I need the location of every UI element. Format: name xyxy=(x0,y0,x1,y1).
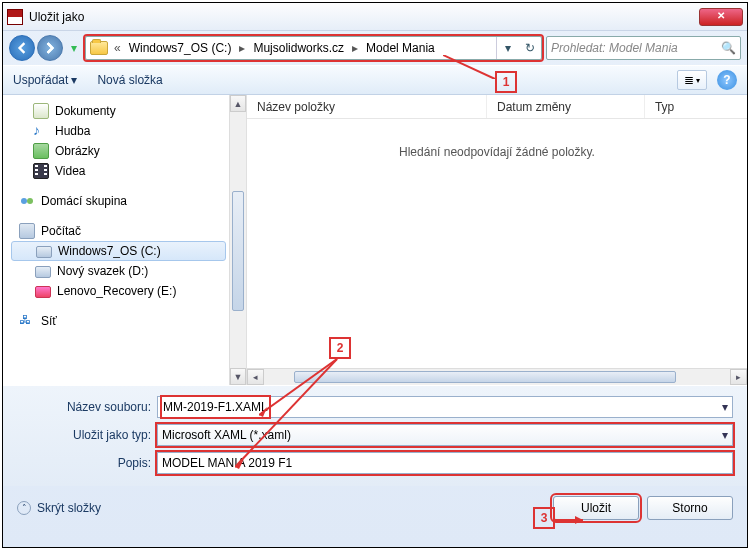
network-icon: 🖧 xyxy=(19,313,35,329)
titlebar: 2019 Uložit jako ✕ xyxy=(3,3,747,31)
scroll-down-icon[interactable]: ▼ xyxy=(230,368,246,385)
callout-2: 2 xyxy=(329,337,351,359)
hide-folders-button[interactable]: ˄ Skrýt složky xyxy=(17,501,101,515)
file-list-pane: Název položky Datum změny Typ Hledání ne… xyxy=(247,95,747,385)
chevron-down-icon[interactable]: ▾ xyxy=(722,428,728,442)
help-button[interactable]: ? xyxy=(717,70,737,90)
search-placeholder: Prohledat: Model Mania xyxy=(551,41,678,55)
computer-icon xyxy=(19,223,35,239)
navigation-bar: ▾ « Windows7_OS (C:) ▸ Mujsolidworks.cz … xyxy=(3,31,747,65)
videos-icon xyxy=(33,163,49,179)
horizontal-scrollbar[interactable]: ◂ ▸ xyxy=(247,368,747,385)
tree-item[interactable]: Síť xyxy=(41,314,57,328)
search-icon[interactable]: 🔍 xyxy=(721,41,736,55)
scroll-right-icon[interactable]: ▸ xyxy=(730,369,747,385)
new-folder-button[interactable]: Nová složka xyxy=(97,73,162,87)
filename-input[interactable]: MM-2019-F1.XAML ▾ xyxy=(157,396,733,418)
main-area: Dokumenty ♪Hudba Obrázky Videa Domácí sk… xyxy=(3,95,747,385)
breadcrumb[interactable]: Windows7_OS (C:) xyxy=(123,37,238,59)
filetype-value: Microsoft XAML (*.xaml) xyxy=(162,428,291,442)
scrollbar-thumb[interactable] xyxy=(294,371,676,383)
column-header-type[interactable]: Typ xyxy=(645,95,747,118)
column-headers: Název položky Datum změny Typ xyxy=(247,95,747,119)
app-icon: 2019 xyxy=(7,9,23,25)
tree-scrollbar[interactable]: ▲ ▼ xyxy=(229,95,246,385)
save-as-dialog: 2019 Uložit jako ✕ ▾ « Windows7_OS (C:) … xyxy=(2,2,748,548)
drive-icon xyxy=(35,266,51,278)
back-button[interactable] xyxy=(9,35,35,61)
window-title: Uložit jako xyxy=(29,10,699,24)
description-value: MODEL MANIA 2019 F1 xyxy=(162,456,292,470)
address-bar[interactable]: « Windows7_OS (C:) ▸ Mujsolidworks.cz ▸ … xyxy=(85,36,542,60)
svg-point-0 xyxy=(21,198,27,204)
drive-icon xyxy=(36,246,52,258)
filetype-label: Uložit jako typ: xyxy=(17,428,157,442)
tree-item[interactable]: Počítač xyxy=(41,224,81,238)
tree-item[interactable]: Hudba xyxy=(55,124,90,138)
file-list-body[interactable]: Hledání neodpovídají žádné položky. ◂ ▸ xyxy=(247,119,747,385)
history-dropdown[interactable]: ▾ xyxy=(67,37,81,59)
column-header-name[interactable]: Název položky xyxy=(247,95,487,118)
chevron-right-icon[interactable]: ▸ xyxy=(350,37,360,59)
forward-button[interactable] xyxy=(37,35,63,61)
homegroup-icon xyxy=(19,193,35,209)
save-form: Název souboru: MM-2019-F1.XAML ▾ Uložit … xyxy=(3,385,747,486)
navigation-tree[interactable]: Dokumenty ♪Hudba Obrázky Videa Domácí sk… xyxy=(3,95,247,385)
drive-icon xyxy=(35,286,51,298)
refresh-button[interactable]: ↻ xyxy=(519,37,541,59)
folder-icon xyxy=(90,41,108,55)
breadcrumb[interactable]: Model Mania xyxy=(360,37,441,59)
tree-item[interactable]: Windows7_OS (C:) xyxy=(58,244,161,258)
filetype-select[interactable]: Microsoft XAML (*.xaml) ▾ xyxy=(157,424,733,446)
chevron-down-icon: ▾ xyxy=(71,73,77,87)
tree-item[interactable]: Lenovo_Recovery (E:) xyxy=(57,284,176,298)
callout-1: 1 xyxy=(495,71,517,93)
tree-item[interactable]: Dokumenty xyxy=(55,104,116,118)
tree-item[interactable]: Obrázky xyxy=(55,144,100,158)
search-input[interactable]: Prohledat: Model Mania 🔍 xyxy=(546,36,741,60)
address-dropdown[interactable]: ▾ xyxy=(497,37,519,59)
organize-menu[interactable]: Uspořádat ▾ xyxy=(13,73,77,87)
pictures-icon xyxy=(33,143,49,159)
music-icon: ♪ xyxy=(33,123,49,139)
filename-value: MM-2019-F1.XAML xyxy=(162,397,269,417)
filename-label: Název souboru: xyxy=(17,400,157,414)
toolbar: Uspořádat ▾ Nová složka ≣▾ ? xyxy=(3,65,747,95)
chevron-up-icon: ˄ xyxy=(17,501,31,515)
tree-item[interactable]: Domácí skupina xyxy=(41,194,127,208)
close-button[interactable]: ✕ xyxy=(699,8,743,26)
chevron-right-icon[interactable]: ▸ xyxy=(237,37,247,59)
scroll-left-icon[interactable]: ◂ xyxy=(247,369,264,385)
description-label: Popis: xyxy=(17,456,157,470)
tree-item[interactable]: Nový svazek (D:) xyxy=(57,264,148,278)
svg-point-1 xyxy=(27,198,33,204)
cancel-button[interactable]: Storno xyxy=(647,496,733,520)
callout-3: 3 xyxy=(533,507,555,529)
chevron-down-icon[interactable]: ▾ xyxy=(722,400,728,414)
scrollbar-thumb[interactable] xyxy=(232,191,244,311)
dialog-footer: ˄ Skrýt složky Uložit Storno xyxy=(3,486,747,530)
tree-item[interactable]: Videa xyxy=(55,164,85,178)
scroll-up-icon[interactable]: ▲ xyxy=(230,95,246,112)
save-button[interactable]: Uložit xyxy=(553,496,639,520)
empty-message: Hledání neodpovídají žádné položky. xyxy=(399,145,595,159)
documents-icon xyxy=(33,103,49,119)
description-input[interactable]: MODEL MANIA 2019 F1 xyxy=(157,452,733,474)
breadcrumb-prefix: « xyxy=(112,37,123,59)
breadcrumb[interactable]: Mujsolidworks.cz xyxy=(247,37,350,59)
column-header-date[interactable]: Datum změny xyxy=(487,95,645,118)
view-options-button[interactable]: ≣▾ xyxy=(677,70,707,90)
